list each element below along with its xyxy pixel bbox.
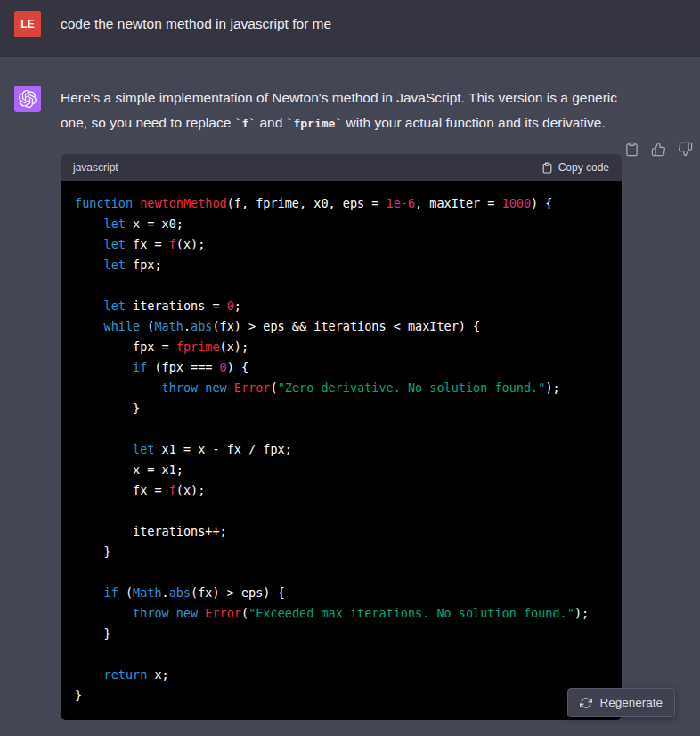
code-line: let fpx; (75, 255, 607, 275)
code-line: fpx = fprime(x); (75, 337, 607, 357)
code-line: throw new Error("Zero derivative. No sol… (75, 378, 607, 398)
assistant-intro-paragraph: Here's a simple implementation of Newton… (61, 86, 632, 136)
user-message-row: LE code the newton method in javascript … (0, 0, 700, 56)
clipped-next-paragraph: Here's an example of how you can use thi… (61, 729, 622, 736)
code-line: } (75, 624, 607, 644)
thumbs-up-button[interactable] (651, 142, 666, 157)
code-block-header: javascript Copy code (61, 154, 622, 181)
code-line (75, 501, 607, 521)
code-line: let x = x0; (75, 214, 607, 234)
code-line: if (Math.abs(fx) > eps) { (75, 583, 607, 603)
clipboard-icon (541, 162, 553, 174)
chat-page: LE code the newton method in javascript … (0, 0, 700, 736)
code-language-label: javascript (73, 161, 118, 174)
regenerate-button[interactable]: Regenerate (567, 688, 675, 717)
code-line: throw new Error("Exceeded max iterations… (75, 603, 607, 624)
paragraph-text: with your actual function and its deriva… (342, 115, 606, 130)
paragraph-text: and (256, 115, 286, 130)
code-line: iterations++; (75, 521, 607, 542)
openai-logo-icon (19, 90, 37, 108)
code-line: function newtonMethod(f, fprime, x0, eps… (75, 193, 607, 214)
thumbs-down-button[interactable] (678, 142, 693, 157)
code-line: while (Math.abs(fx) > eps && iterations … (75, 316, 607, 337)
regenerate-icon (580, 697, 592, 709)
code-line (75, 562, 607, 583)
code-line: } (75, 542, 607, 562)
code-line (75, 419, 607, 439)
code-line: let fx = f(x); (75, 234, 607, 255)
copy-code-button[interactable]: Copy code (541, 162, 609, 174)
code-line (75, 644, 607, 665)
code-line: let iterations = 0; (75, 296, 607, 316)
user-avatar: LE (14, 11, 41, 37)
code-line: } (75, 398, 607, 419)
code-line: } (75, 685, 607, 706)
code-block: javascript Copy code function newtonMeth… (61, 154, 622, 720)
code-content: function newtonMethod(f, fprime, x0, eps… (61, 181, 622, 720)
code-line: fx = f(x); (75, 480, 607, 501)
code-line: let x1 = x - fx / fpx; (75, 439, 607, 460)
user-message-text: code the newton method in javascript for… (61, 11, 331, 35)
code-line: x = x1; (75, 460, 607, 480)
copy-message-button[interactable] (624, 142, 639, 157)
code-line: return x; (75, 665, 607, 685)
message-actions (624, 142, 693, 157)
clipboard-icon (624, 142, 639, 157)
regenerate-label: Regenerate (599, 696, 663, 709)
thumbs-down-icon (678, 142, 693, 157)
inline-code: `f` (235, 117, 256, 130)
assistant-avatar (14, 86, 41, 112)
assistant-message-content: Here's a simple implementation of Newton… (61, 86, 622, 736)
thumbs-up-icon (651, 142, 666, 157)
code-line (75, 275, 607, 296)
code-line: if (fpx === 0) { (75, 357, 607, 378)
inline-code: `fprime` (287, 117, 343, 130)
assistant-message-row: Here's a simple implementation of Newton… (0, 56, 700, 736)
